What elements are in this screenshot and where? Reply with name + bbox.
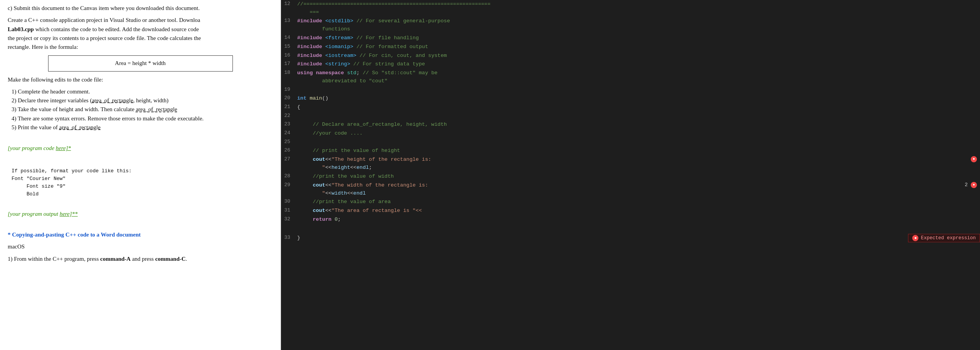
program-output-label: [your program output here]**: [8, 210, 273, 218]
line-number: 26: [281, 147, 296, 153]
line-number: 23: [281, 121, 296, 127]
line-content: #include <cstdlib> // For several genera…: [296, 17, 980, 33]
code-line-16: 16 #include <iostream> // For cin, cout,…: [281, 52, 980, 60]
code-line-32: 32 return 0; ● Expected expression: [281, 215, 980, 234]
line-content: {: [296, 103, 980, 112]
line-number: 24: [281, 130, 296, 136]
code-line-24: 24 //your code ....: [281, 129, 980, 138]
code-line-23: 23 // Declare area_of_rectangle, height,…: [281, 120, 980, 129]
list-item: 4) There are some syntax errors. Remove …: [12, 114, 273, 123]
line-number: 13: [281, 17, 296, 23]
program-code-label: [your program code here]*: [8, 144, 273, 153]
line-number: 29: [281, 182, 296, 188]
formula-box: Area = height * width: [48, 55, 233, 71]
expected-expr-text: Expected expression: [921, 235, 976, 241]
error-badge-29: 2 ●: [965, 182, 977, 188]
code-line-15: 15 #include <iomanip> // For formatted o…: [281, 43, 980, 52]
line-content: int main(): [296, 95, 980, 103]
code-line-20: 20 int main(): [281, 94, 980, 103]
line-number: 16: [281, 52, 296, 58]
line-content: // print the value of height: [296, 147, 980, 155]
code-line-22: 22: [281, 112, 980, 120]
error-icon: ●: [971, 182, 977, 188]
line-content: cout<<"The width of the rectangle is: "<…: [296, 182, 980, 198]
line-number: 15: [281, 43, 296, 49]
list-item: 1) Complete the header comment.: [12, 87, 273, 96]
copy-heading: * Copying-and-pasting C++ code to a Word…: [8, 230, 273, 239]
line-number: 28: [281, 173, 296, 179]
expected-expression-tooltip: ● Expected expression: [908, 234, 980, 242]
code-line-18: 18 using namespace std; // So "std::cout…: [281, 69, 980, 86]
line-content: #include <string> // For string data typ…: [296, 60, 980, 68]
line-content: cout<<"The area of rectangle is "<<: [296, 207, 980, 215]
line-number: 25: [281, 138, 296, 145]
code-line-29: 29 cout<<"The width of the rectangle is:…: [281, 181, 980, 198]
code-line-31: 31 cout<<"The area of rectangle is "<<: [281, 207, 980, 215]
error-icon: ●: [971, 156, 977, 162]
line-number: 12: [281, 0, 296, 7]
list-item: 5) Print the value of area_of_rectangle: [12, 123, 273, 132]
line-content: //your code ....: [296, 130, 980, 138]
edits-list: 1) Complete the header comment. 2) Decla…: [8, 87, 273, 132]
code-line-19: 19: [281, 86, 980, 94]
line-content: return 0;: [296, 216, 980, 224]
error-count: 2: [965, 182, 968, 188]
line-number: 33: [281, 234, 296, 240]
error-icon: ●: [912, 235, 918, 241]
line-content: }: [296, 234, 980, 242]
line-number: 14: [281, 34, 296, 40]
line-content: // Declare area_of_rectangle, height, wi…: [296, 121, 980, 129]
line-number: 20: [281, 95, 296, 101]
list-item: 3) Take the value of height and width. T…: [12, 105, 273, 114]
line-content: //print the value of area: [296, 198, 980, 206]
code-lines: 12 //===================================…: [281, 0, 980, 243]
code-line-27: 27 cout<<"The height of the rectangle is…: [281, 155, 980, 172]
line-content: cout<<"The height of the rectangle is: "…: [296, 156, 980, 172]
line-content: #include <iomanip> // For formatted outp…: [296, 43, 980, 51]
code-line-12: 12 //===================================…: [281, 0, 980, 17]
line-number: 30: [281, 198, 296, 204]
copy-os: macOS: [8, 242, 273, 251]
code-line-26: 26 // print the value of height: [281, 147, 980, 155]
code-line-33: 33 }: [281, 234, 980, 243]
line-content: //======================================…: [296, 0, 980, 17]
line-number: 17: [281, 60, 296, 67]
code-line-21: 21 {: [281, 103, 980, 112]
error-badge-27: ●: [971, 156, 977, 162]
code-line-14: 14 #include <fstream> // For file handli…: [281, 34, 980, 43]
program-output-link[interactable]: here]**: [60, 211, 78, 217]
code-editor: 12 //===================================…: [281, 0, 980, 350]
program-code-link[interactable]: here]*: [56, 145, 71, 151]
intro-text: c) Submit this document to the Canvas it…: [8, 4, 273, 13]
code-line-25: 25: [281, 138, 980, 147]
edits-header: Make the following edits to the code fil…: [8, 75, 273, 84]
line-number: 19: [281, 86, 296, 92]
line-number: 32: [281, 216, 296, 222]
code-line-30: 30 //print the value of area: [281, 198, 980, 207]
line-number: 18: [281, 69, 296, 75]
code-line-13: 13 #include <cstdlib> // For several gen…: [281, 17, 980, 34]
code-line-28: 28 //print the value of width: [281, 172, 980, 181]
line-content: #include <fstream> // For file handling: [296, 34, 980, 42]
line-content: #include <iostream> // For cin, cout, an…: [296, 52, 980, 60]
format-note: If possible, format your code like this:…: [12, 167, 273, 198]
line-content: using namespace std; // So "std::cout" m…: [296, 69, 980, 85]
left-panel: c) Submit this document to the Canvas it…: [0, 0, 281, 350]
line-number: 21: [281, 103, 296, 110]
code-line-17: 17 #include <string> // For string data …: [281, 60, 980, 69]
paragraph1: Create a C++ console application project…: [8, 16, 273, 52]
line-number: 27: [281, 156, 296, 162]
copy-step: 1) From within the C++ program, press co…: [8, 255, 273, 263]
line-number: 22: [281, 112, 296, 118]
line-number: 31: [281, 207, 296, 213]
formula-text: Area = height * width: [115, 59, 166, 68]
list-item: 2) Declare three integer variables (area…: [12, 96, 273, 105]
line-content: //print the value of width: [296, 173, 980, 181]
